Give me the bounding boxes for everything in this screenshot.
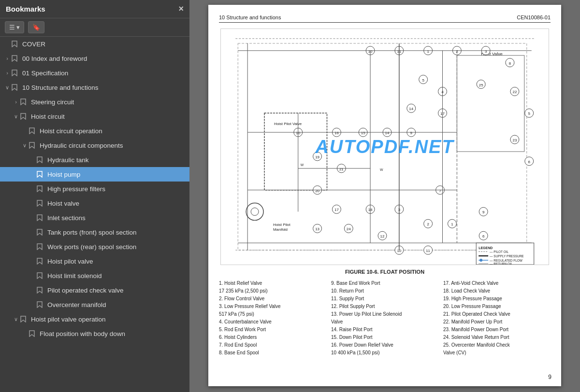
- sidebar-item-spec[interactable]: ›01 Specification: [0, 66, 189, 80]
- sidebar-item-overcenter[interactable]: Overcenter manifold: [0, 297, 189, 312]
- svg-marker-12: [37, 215, 42, 221]
- svg-text:14: 14: [409, 107, 413, 111]
- svg-marker-6: [29, 128, 34, 134]
- legend-item: 11. Supply Port: [331, 295, 438, 303]
- bookmark-icon-hydraulic-tank: [37, 156, 44, 163]
- svg-text:Hoist Pilot Valve: Hoist Pilot Valve: [274, 122, 302, 126]
- bookmark-icon-hoist-valve: [37, 200, 44, 207]
- svg-marker-4: [21, 99, 26, 105]
- sidebar-item-index[interactable]: ›00 Index and foreword: [0, 51, 189, 66]
- sidebar-item-hydraulic-tank[interactable]: Hydraulic tank: [0, 153, 189, 167]
- sidebar-label-hoist-pilot: Hoist pilot valve: [47, 258, 93, 265]
- sidebar-label-hoist-limit: Hoist limit solenoid: [47, 272, 102, 280]
- bookmark-icon-high-pressure: [37, 185, 44, 192]
- legend-section: 1. Hoist Relief Valve 17 235 kPa (2,500 …: [219, 280, 551, 357]
- svg-text:14: 14: [385, 131, 390, 135]
- expand-arrow-structure[interactable]: ∨: [3, 84, 12, 91]
- svg-text:— PILOT OIL: — PILOT OIL: [490, 250, 508, 253]
- expand-arrow-index[interactable]: ›: [3, 56, 12, 61]
- bookmark-icon-tank-ports: [37, 229, 44, 236]
- sidebar-item-hoist-pump[interactable]: Hoist pump: [0, 167, 189, 182]
- svg-marker-15: [37, 258, 42, 264]
- bookmark-button[interactable]: 🔖: [28, 21, 44, 33]
- bookmark-icon-hoist-limit: [37, 272, 44, 279]
- svg-marker-16: [37, 273, 42, 279]
- page-area: 10 Structure and functions CEN10086-01: [189, 0, 580, 392]
- sidebar-item-work-ports[interactable]: Work ports (rear) spool section: [0, 239, 189, 254]
- bookmark-icon-inlet-sections: [37, 214, 44, 221]
- expand-arrow-hydraulic-comp[interactable]: ∨: [20, 142, 29, 149]
- expand-arrow-hoist[interactable]: ∨: [12, 113, 20, 120]
- sidebar-label-hydraulic-tank: Hydraulic tank: [47, 156, 89, 164]
- sidebar-label-float-down: Float position with body down: [40, 330, 125, 337]
- bookmark-icon-spec: [12, 70, 19, 76]
- expand-arrow-steering[interactable]: ›: [12, 99, 20, 105]
- legend-item: 2. Flow Control Valve: [219, 295, 326, 303]
- legend-item: 517 kPa (75 psi): [219, 310, 326, 318]
- sidebar-item-hoist-pilot-op[interactable]: ∨Hoist pilot valve operation: [0, 312, 189, 326]
- legend-item: 14. Raise Pilot Port: [331, 326, 438, 334]
- bookmark-icon-index: [12, 55, 19, 62]
- sidebar-item-high-pressure[interactable]: High pressure filters: [0, 182, 189, 196]
- svg-marker-0: [12, 41, 17, 47]
- sidebar-label-overcenter: Overcenter manifold: [47, 301, 106, 308]
- bookmark-icon-structure: [12, 84, 19, 91]
- svg-text:6: 6: [482, 234, 485, 238]
- bookmark-icon-hoist-pump: [37, 171, 44, 178]
- sidebar-label-structure: 10 Structure and functions: [22, 84, 99, 91]
- sidebar-label-pilot-check: Pilot operated check valve: [47, 287, 124, 294]
- bookmark-icon-hoist-pilot: [37, 258, 44, 265]
- bookmark-icon-pilot-check: [37, 287, 44, 294]
- document-page: 10 Structure and functions CEN10086-01: [208, 5, 561, 386]
- sidebar-item-hoist-pilot[interactable]: Hoist pilot valve: [0, 254, 189, 268]
- sidebar-item-cover[interactable]: COVER: [0, 37, 189, 51]
- sidebar-label-cover: COVER: [22, 41, 45, 48]
- sidebar-item-hoist-op[interactable]: Hoist circuit operation: [0, 124, 189, 138]
- legend-item: 18. Load Check Valve: [443, 287, 551, 295]
- sidebar-item-tank-ports[interactable]: Tank ports (front) spool section: [0, 225, 189, 239]
- sidebar-label-work-ports: Work ports (rear) spool section: [47, 243, 136, 251]
- sidebar-label-hoist-pump: Hoist pump: [47, 171, 80, 178]
- bookmark-icon-steering: [20, 98, 28, 105]
- page-number: 9: [548, 374, 551, 380]
- svg-text:9: 9: [410, 131, 413, 135]
- svg-marker-20: [29, 331, 34, 336]
- expand-arrow-hoist-pilot-op[interactable]: ∨: [12, 316, 20, 322]
- expand-all-icon: ☰: [9, 24, 15, 31]
- close-button[interactable]: ×: [178, 4, 184, 14]
- svg-text:— REGULATED FLOW: — REGULATED FLOW: [490, 259, 523, 262]
- svg-text:5: 5: [422, 78, 424, 83]
- sidebar-label-hoist-pilot-op: Hoist pilot valve operation: [31, 316, 106, 323]
- legend-item: 9. Base End Work Port: [331, 280, 438, 287]
- expand-arrow-spec[interactable]: ›: [3, 70, 12, 76]
- sidebar-label-index: 00 Index and foreword: [22, 55, 87, 62]
- legend-item: 4. Counterbalance Valve: [219, 318, 326, 326]
- sidebar-item-hydraulic-comp[interactable]: ∨Hydraulic circuit components: [0, 138, 189, 153]
- svg-text:25: 25: [479, 83, 483, 87]
- sidebar-item-hoist-valve[interactable]: Hoist valve: [0, 196, 189, 210]
- sidebar: Bookmarks × ☰ ▾ 🔖 COVER›00 Index and for…: [0, 0, 189, 392]
- expand-all-button[interactable]: ☰ ▾: [5, 21, 24, 33]
- svg-marker-3: [12, 84, 17, 90]
- legend-item: 16. Power Down Relief Valve: [331, 341, 438, 349]
- watermark: AUTOPDF.NET: [315, 137, 454, 157]
- sidebar-item-hoist[interactable]: ∨Hoist circuit: [0, 109, 189, 124]
- expand-arrow-icon: ▾: [16, 24, 20, 31]
- legend-item: 13. Power Up Pilot Line Solenoid: [331, 310, 438, 318]
- sidebar-item-float-down[interactable]: Float position with body down: [0, 326, 189, 341]
- svg-marker-18: [37, 302, 42, 308]
- svg-text:1: 1: [451, 222, 453, 226]
- sidebar-toolbar: ☰ ▾ 🔖: [0, 18, 189, 37]
- sidebar-item-structure[interactable]: ∨10 Structure and functions: [0, 80, 189, 95]
- sidebar-item-pilot-check[interactable]: Pilot operated check valve: [0, 283, 189, 297]
- sidebar-label-steering: Steering circuit: [31, 98, 74, 106]
- bookmark-icon-hoist: [20, 113, 28, 120]
- sidebar-item-hoist-limit[interactable]: Hoist limit solenoid: [0, 268, 189, 283]
- sidebar-label-inlet-sections: Inlet sections: [47, 214, 86, 222]
- legend-item: 17 235 kPa (2,500 psi): [219, 287, 326, 295]
- bookmark-icon-work-ports: [37, 243, 44, 250]
- svg-text:11: 11: [426, 249, 430, 253]
- sidebar-item-steering[interactable]: ›Steering circuit: [0, 95, 189, 109]
- svg-text:15: 15: [361, 131, 365, 135]
- sidebar-item-inlet-sections[interactable]: Inlet sections: [0, 210, 189, 225]
